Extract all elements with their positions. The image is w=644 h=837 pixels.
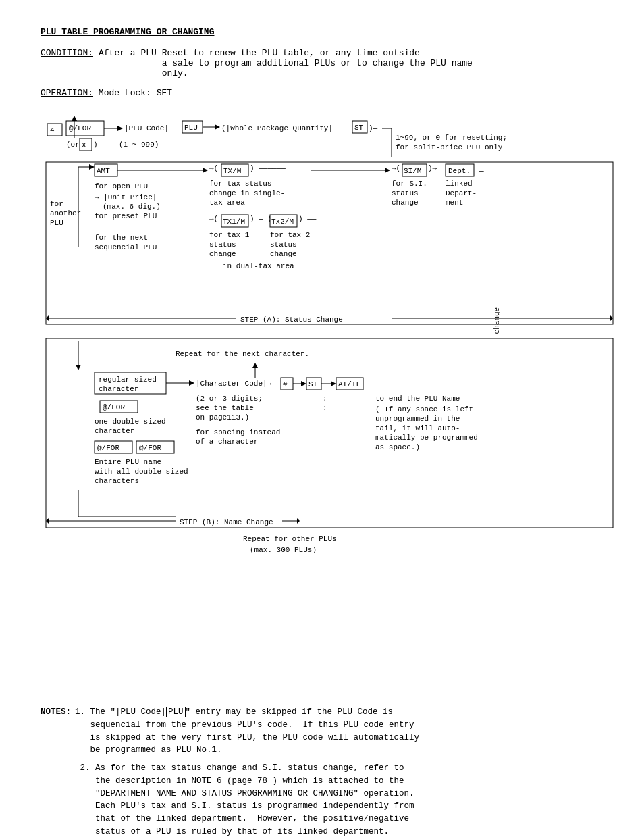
svg-text:see the table: see the table — [196, 404, 254, 412]
svg-text:SI/M: SI/M — [404, 167, 421, 175]
svg-text:another: another — [50, 209, 81, 218]
svg-text:1~99, or 0 for resetting;: 1~99, or 0 for resetting; — [396, 134, 507, 142]
svg-text:sequencial PLU: sequencial PLU — [95, 243, 157, 251]
svg-text::: : — [323, 395, 327, 403]
svg-text:for tax 1: for tax 1 — [209, 231, 250, 239]
operation-block: OPERATION: Mode Lock: SET — [41, 88, 603, 98]
condition-text: After a PLU Reset to renew the PLU table… — [99, 48, 473, 78]
svg-marker-5 — [117, 126, 123, 131]
svg-text:matically be programmed: matically be programmed — [375, 434, 478, 442]
svg-text:(max. 6 dig.): (max. 6 dig.) — [103, 203, 161, 211]
svg-text:(or: (or — [66, 141, 80, 149]
main-diagram: 4 @/FOR |PLU Code| PLU (|Whole Package Q… — [41, 111, 621, 699]
svg-text:status: status — [270, 240, 297, 249]
svg-text:change: change — [270, 250, 297, 258]
svg-text:STEP (A): Status Change: STEP (A): Status Change — [240, 315, 343, 324]
condition-block: CONDITION: After a PLU Reset to renew th… — [41, 48, 603, 78]
svg-text:( If  any space is left: ( If any space is left — [375, 405, 473, 413]
svg-text:@/FOR: @/FOR — [103, 403, 125, 411]
svg-text:|PLU Code|: |PLU Code| — [124, 124, 169, 132]
svg-marker-10 — [215, 124, 220, 130]
svg-text:—: — — [479, 167, 484, 175]
svg-text:for spacing instead: for spacing instead — [196, 428, 280, 436]
svg-text:Repeat for other PLUs: Repeat for other PLUs — [243, 535, 337, 543]
svg-marker-25 — [72, 116, 77, 121]
svg-text:)→: )→ — [428, 164, 437, 172]
svg-text:(2 or 3 digits;: (2 or 3 digits; — [196, 395, 263, 403]
svg-text:change in single-: change in single- — [209, 189, 285, 197]
operation-label: OPERATION: — [41, 88, 93, 98]
svg-text:for tax status: for tax status — [209, 180, 271, 188]
svg-text:ST: ST — [308, 380, 318, 388]
svg-text:(max. 300 PLUs): (max. 300 PLUs) — [250, 546, 317, 554]
svg-text:#: # — [283, 380, 288, 388]
svg-text:Entire PLU name: Entire PLU name — [95, 458, 161, 466]
svg-text:for open PLU: for open PLU — [95, 182, 148, 191]
svg-text:4: 4 — [50, 126, 55, 134]
svg-text:TX/M: TX/M — [223, 167, 241, 175]
note-2-text: 2. As for the tax status change and S.I.… — [80, 762, 414, 837]
note-item-1: NOTES: 1. The "|PLU Code|PLU" entry may … — [41, 706, 603, 757]
svg-text:X: X — [82, 141, 86, 149]
svg-text:Dept.: Dept. — [448, 167, 471, 175]
svg-text:→(: →( — [209, 164, 218, 172]
svg-text:linked: linked — [446, 180, 473, 188]
svg-text:change: change — [209, 250, 236, 258]
svg-text:(1 ~ 999): (1 ~ 999) — [119, 141, 159, 149]
svg-text:for the next: for the next — [95, 234, 148, 242]
svg-text:change: change — [392, 199, 419, 207]
svg-text:@/FOR: @/FOR — [139, 444, 161, 452]
notes-label: NOTES: — [41, 706, 71, 757]
notes-section: NOTES: 1. The "|PLU Code|PLU" entry may … — [41, 706, 603, 837]
condition-label: CONDITION: — [41, 48, 93, 78]
svg-text:as space.): as space.) — [375, 443, 420, 451]
svg-text:one double-sized: one double-sized — [95, 417, 166, 426]
svg-text:ment: ment — [446, 199, 463, 207]
svg-text:→ |Unit Price|: → |Unit Price| — [95, 193, 157, 201]
svg-text:to end the PLU Name: to end the PLU Name — [375, 395, 460, 403]
svg-text:characters: characters — [95, 477, 139, 485]
svg-text:PLU: PLU — [184, 124, 198, 132]
svg-text:status: status — [209, 240, 236, 249]
svg-text:Tx2/M: Tx2/M — [271, 218, 294, 226]
svg-text:Depart-: Depart- — [446, 189, 477, 197]
svg-text:for split-price PLU only: for split-price PLU only — [396, 143, 503, 151]
svg-text:for tax 2: for tax 2 — [270, 231, 310, 239]
svg-text:) — (: ) — ( — [250, 215, 272, 223]
svg-text:AT/TL: AT/TL — [338, 380, 360, 388]
operation-text: Mode Lock: SET — [99, 88, 172, 98]
svg-text:@/FOR: @/FOR — [69, 124, 91, 132]
svg-text:character: character — [95, 427, 134, 435]
svg-text:AMT: AMT — [97, 167, 110, 175]
svg-text:STEP (B): Name Change: STEP (B): Name Change — [180, 518, 273, 526]
svg-text:(|Whole Package Quantity|: (|Whole Package Quantity| — [221, 124, 333, 132]
svg-text:on page113.): on page113.) — [196, 413, 249, 422]
svg-text:→(: →( — [209, 215, 218, 223]
svg-text:)—: )— — [369, 124, 378, 132]
svg-text:PLU: PLU — [50, 219, 63, 227]
svg-text:for preset PLU: for preset PLU — [95, 212, 157, 220]
svg-text:ST: ST — [354, 124, 364, 132]
svg-text:for: for — [50, 200, 63, 208]
svg-text:tail,  it  will  auto-: tail, it will auto- — [375, 424, 460, 432]
svg-text:of a character: of a character — [196, 438, 258, 446]
svg-text:|Character Code|→: |Character Code|→ — [196, 380, 272, 388]
svg-text:character: character — [99, 385, 138, 393]
svg-text:TX1/M: TX1/M — [223, 218, 245, 226]
svg-text:) ——: ) —— — [298, 215, 317, 223]
svg-text:for S.I.: for S.I. — [392, 180, 427, 188]
svg-text:): ) — [93, 141, 98, 149]
svg-text:regular-sized: regular-sized — [99, 376, 157, 384]
svg-text::: : — [323, 404, 327, 412]
svg-text:in dual-tax area: in dual-tax area — [223, 262, 294, 270]
svg-text:@/FOR: @/FOR — [97, 444, 119, 452]
svg-text:) ——————: ) —————— — [250, 164, 286, 172]
note-item-2: 2. As for the tax status change and S.I.… — [41, 762, 603, 837]
svg-text:Repeat for the next character.: Repeat for the next character. — [176, 350, 309, 358]
note-1-text: 1. The "|PLU Code|PLU" entry may be skip… — [75, 706, 419, 757]
page-title: PLU TABLE PROGRAMMING OR CHANGING — [41, 27, 603, 37]
svg-text:status: status — [392, 189, 419, 197]
svg-text:tax area: tax area — [209, 199, 245, 207]
svg-text:unprogrammed   in   the: unprogrammed in the — [375, 415, 460, 423]
svg-text:with all double-sized: with all double-sized — [95, 467, 188, 476]
